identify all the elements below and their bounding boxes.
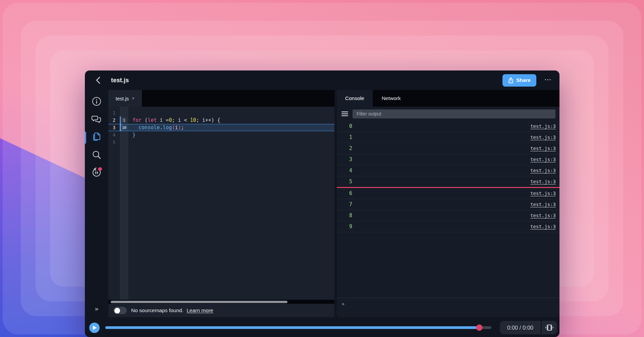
log-value: 9 <box>349 224 352 230</box>
code-token: for <box>132 117 142 123</box>
code-line[interactable]: 1 <box>108 109 334 116</box>
source-link[interactable]: test.js:3 <box>530 124 556 129</box>
sourcemap-toggle[interactable] <box>113 307 127 314</box>
replay-app-window: test.js Share ⋯ <box>85 70 559 337</box>
code-token: console <box>139 125 160 131</box>
sidebar-item-replay-timeline[interactable] <box>91 167 102 178</box>
show-video-button[interactable] <box>542 321 557 334</box>
line-number[interactable]: 1 <box>108 109 120 116</box>
log-value: 8 <box>349 212 352 219</box>
code-editor[interactable]: 121for (let i =0; i < 10; i++) {310 cons… <box>108 107 334 300</box>
console-prompt[interactable]: » <box>337 298 559 317</box>
source-link[interactable]: test.js:3 <box>530 202 556 207</box>
source-link[interactable]: test.js:3 <box>530 179 556 184</box>
source-link[interactable]: test.js:3 <box>530 146 556 151</box>
editor-panel: test.js × 121for (let i =0; i < 10; i++)… <box>108 90 334 317</box>
code-token: 10 <box>190 117 196 123</box>
console-log-row[interactable]: 8test.js:3 <box>337 210 559 221</box>
source-link[interactable]: test.js:3 <box>530 224 556 229</box>
code-text <box>128 139 334 146</box>
code-token: ( <box>142 117 148 123</box>
console-log-row[interactable]: 6test.js:3 <box>337 188 559 199</box>
hit-count-badge[interactable]: 1 <box>122 118 126 123</box>
sidebar-item-search[interactable] <box>91 149 102 160</box>
code-token: log <box>163 125 172 131</box>
line-number[interactable]: 4 <box>108 131 120 139</box>
back-button[interactable] <box>94 76 102 85</box>
more-options-button[interactable]: ⋯ <box>544 76 552 85</box>
code-token: ) <box>178 125 181 131</box>
code-token: ; <box>181 125 184 131</box>
code-token: i <box>175 125 178 131</box>
play-button[interactable] <box>89 323 100 333</box>
hit-count-cell[interactable]: 1 <box>120 116 128 124</box>
code-line[interactable]: 5 <box>108 139 334 146</box>
log-value: 7 <box>349 201 352 207</box>
panel-divider[interactable] <box>334 90 337 317</box>
tab-close-icon[interactable]: × <box>132 96 135 101</box>
source-link[interactable]: test.js:3 <box>530 157 556 162</box>
hit-count-cell <box>120 109 128 116</box>
console-menu-button[interactable] <box>341 110 349 118</box>
console-log-row[interactable]: 7test.js:3 <box>337 199 559 210</box>
active-tool-indicator <box>85 132 86 144</box>
console-log-row[interactable]: 1test.js:3 <box>337 132 559 143</box>
timeline-scrubber[interactable] <box>105 325 491 331</box>
hit-count-cell <box>120 139 128 146</box>
console-log-row[interactable]: 5test.js:3 <box>337 176 559 187</box>
console-log-row[interactable]: 4test.js:3 <box>337 165 559 176</box>
console-panel: Console Network 0test.js:31test.js:32tes… <box>337 90 559 317</box>
code-token: ; i++) { <box>196 117 220 123</box>
source-link[interactable]: test.js:3 <box>530 168 556 173</box>
timeline-track[interactable] <box>105 326 491 329</box>
source-link[interactable]: test.js:3 <box>530 213 556 218</box>
hit-count-cell[interactable]: 10 <box>120 124 128 131</box>
filter-output-input[interactable] <box>353 109 555 118</box>
code-token: let <box>148 117 157 123</box>
page-title: test.js <box>111 77 129 84</box>
line-number[interactable]: 5 <box>108 139 120 146</box>
code-text: for (let i =0; i < 10; i++) { <box>128 116 334 124</box>
info-icon <box>92 96 102 106</box>
hit-count-badge[interactable]: 10 <box>121 125 128 130</box>
time-display: 0:00 / 0:00 <box>500 321 541 334</box>
code-token: i = <box>157 117 169 123</box>
tab-network[interactable]: Network <box>373 90 409 107</box>
console-log-row[interactable]: 3test.js:3 <box>337 154 559 165</box>
share-button-label: Share <box>516 77 531 83</box>
line-number[interactable]: 2 <box>108 116 120 124</box>
sidebar-item-files[interactable] <box>91 131 102 143</box>
editor-tab-bar: test.js × <box>108 90 334 107</box>
code-line[interactable]: 310 console.log(i); <box>108 124 334 131</box>
editor-tab-testjs[interactable]: test.js × <box>108 90 142 107</box>
code-line[interactable]: 21for (let i =0; i < 10; i++) { <box>108 116 334 124</box>
share-button[interactable]: Share <box>502 74 536 87</box>
code-text: } <box>128 131 334 139</box>
expand-sidebar-button[interactable]: » <box>95 305 99 312</box>
learn-more-link[interactable]: Learn more <box>186 307 213 313</box>
code-line[interactable]: 4} <box>108 131 334 139</box>
hamburger-icon <box>341 111 348 116</box>
line-number[interactable]: 3 <box>108 124 120 131</box>
notification-dot <box>98 167 102 171</box>
sidebar-item-info[interactable] <box>91 96 102 107</box>
timeline-playhead[interactable] <box>476 325 483 331</box>
horizontal-scrollbar[interactable] <box>108 300 334 304</box>
console-log-row[interactable]: 9test.js:3 <box>337 221 559 232</box>
tab-console[interactable]: Console <box>337 90 373 107</box>
comments-icon <box>92 114 102 124</box>
console-filter-row <box>337 107 559 121</box>
source-link[interactable]: test.js:3 <box>530 191 556 196</box>
scrollbar-thumb[interactable] <box>111 301 287 303</box>
console-log-row[interactable]: 0test.js:3 <box>337 121 559 132</box>
console-log-row[interactable]: 2test.js:3 <box>337 143 559 154</box>
source-link[interactable]: test.js:3 <box>530 135 556 140</box>
timeline-footer: 0:00 / 0:00 <box>85 318 559 337</box>
code-token <box>132 125 139 131</box>
sidebar-item-comments[interactable] <box>91 113 102 125</box>
code-text: console.log(i); <box>128 124 334 131</box>
console-prompt-chevron: » <box>342 301 344 306</box>
log-value: 4 <box>349 167 352 174</box>
time-display-pill: 0:00 / 0:00 <box>500 321 557 334</box>
viewport-icon <box>545 324 554 331</box>
